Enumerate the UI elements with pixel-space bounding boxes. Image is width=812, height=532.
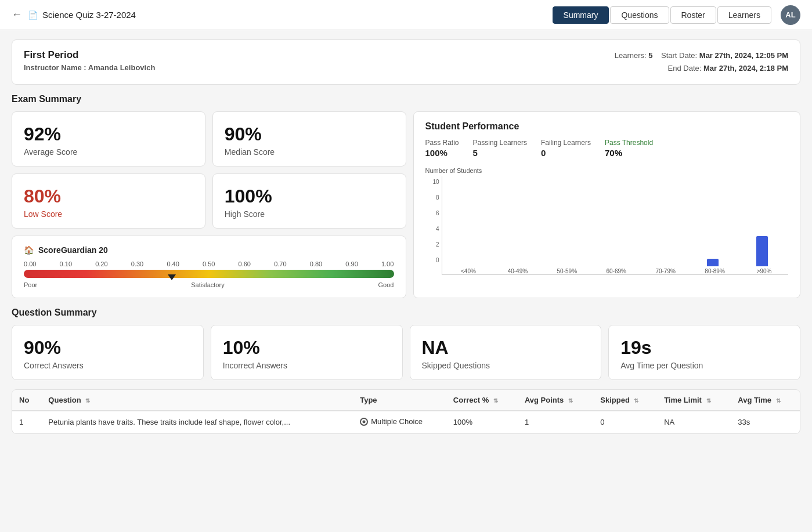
table-row: 1 Petunia plants have traits. These trai… — [12, 411, 800, 433]
failing-learners-label: Failing Learners — [541, 139, 591, 147]
avg-time-label: Avg Time per Question — [620, 361, 788, 370]
y-tick-6: 6 — [425, 210, 442, 216]
sg-title: ScoreGuardian 20 — [38, 245, 108, 255]
score-guardian-card: 🏠 ScoreGuardian 20 0.00 0.10 0.20 0.30 0… — [12, 236, 406, 298]
sg-label-satisfactory: Satisfactory — [191, 281, 224, 288]
sg-header: 🏠 ScoreGuardian 20 — [24, 245, 394, 255]
sg-scale-labels: 0.00 0.10 0.20 0.30 0.40 0.50 0.60 0.70 … — [24, 260, 394, 267]
median-score-value: 90% — [225, 124, 394, 145]
cell-avg-points: 1 — [518, 411, 593, 433]
start-date-label: Start Date: — [661, 51, 697, 60]
time-limit-sort-icon: ⇅ — [706, 397, 711, 404]
student-performance-card: Student Performance Pass Ratio 100% Pass… — [413, 111, 801, 298]
tab-summary[interactable]: Summary — [553, 6, 609, 24]
bar-group-40-49% — [493, 191, 541, 266]
y-tick-2: 2 — [425, 241, 442, 248]
avg-score-label: Average Score — [24, 147, 193, 157]
col-skipped[interactable]: Skipped ⇅ — [593, 390, 657, 411]
student-perf-stats: Pass Ratio 100% Passing Learners 5 Faili… — [425, 139, 789, 158]
end-date-value: Mar 27th, 2024, 2:18 PM — [703, 64, 788, 73]
table-body: 1 Petunia plants have traits. These trai… — [12, 411, 800, 433]
col-avg-time[interactable]: Avg Time ⇅ — [731, 390, 800, 411]
question-sort-icon: ⇅ — [85, 397, 90, 404]
exam-summary-title: Exam Summary — [12, 94, 800, 104]
sg-icon: 🏠 — [24, 245, 34, 255]
bar-group->90% — [738, 191, 786, 266]
bar-label-60-69%: 60-69% — [592, 266, 640, 274]
info-card-right: Learners: 5 Start Date: Mar 27th, 2024, … — [615, 49, 788, 75]
question-summary-title: Question Summary — [12, 307, 800, 318]
tab-learners[interactable]: Learners — [717, 6, 771, 24]
tab-roster[interactable]: Roster — [670, 6, 716, 24]
cell-skipped: 0 — [593, 411, 657, 433]
bar-group-80-89% — [689, 191, 737, 266]
col-correct-pct[interactable]: Correct % ⇅ — [446, 390, 518, 411]
learners-count: 5 — [648, 51, 652, 60]
correct-answers-label: Correct Answers — [24, 361, 192, 370]
student-perf-title: Student Performance — [425, 121, 789, 132]
sg-bar — [24, 270, 394, 278]
avg-score-card: 92% Average Score — [12, 111, 205, 167]
correct-answers-value: 90% — [24, 337, 192, 359]
y-tick-0: 0 — [425, 257, 442, 263]
instructor-line: Instructor Name : Amanda Leibovich — [24, 63, 155, 72]
y-tick-8: 8 — [425, 194, 442, 201]
chart-y-label: Number of Students — [425, 167, 789, 174]
sg-label-good: Good — [378, 281, 394, 288]
median-score-card: 90% Median Score — [212, 111, 406, 167]
col-time-limit[interactable]: Time Limit ⇅ — [657, 390, 731, 411]
pass-ratio-value: 100% — [425, 148, 459, 158]
bar-group-<40% — [445, 191, 492, 266]
cell-type: Multiple Choice — [353, 411, 446, 433]
correct-pct-sort-icon: ⇅ — [493, 397, 498, 404]
end-date-label: End Date: — [668, 64, 702, 73]
col-avg-points[interactable]: Avg Points ⇅ — [518, 390, 593, 411]
bar-label->90%: >90% — [740, 266, 788, 274]
col-type: Type — [353, 390, 446, 411]
passing-learners-stat: Passing Learners 5 — [473, 139, 527, 158]
bar-label-50-59%: 50-59% — [543, 266, 591, 274]
cell-question: Petunia plants have traits. These traits… — [41, 411, 353, 433]
mc-icon: Multiple Choice — [360, 417, 423, 426]
bar-label-40-49%: 40-49% — [493, 266, 542, 274]
pass-ratio-stat: Pass Ratio 100% — [425, 139, 459, 158]
page-title: Science Quiz 3-27-2024 — [42, 10, 553, 20]
bar-label-70-79%: 70-79% — [641, 266, 690, 274]
info-card: First Period Instructor Name : Amanda Le… — [12, 39, 800, 85]
median-score-label: Median Score — [225, 147, 394, 157]
pass-threshold-stat: Pass Threshold 70% — [605, 139, 653, 158]
bar->90% — [756, 236, 768, 266]
high-score-label: High Score — [225, 209, 394, 219]
correct-answers-card: 90% Correct Answers — [12, 325, 204, 380]
tab-questions[interactable]: Questions — [610, 6, 669, 24]
avg-time-value: 19s — [620, 337, 788, 359]
cell-no: 1 — [12, 411, 41, 433]
low-score-value: 80% — [24, 186, 193, 207]
instructor-prefix: Instructor Name : — [24, 63, 88, 72]
skipped-questions-value: NA — [422, 337, 590, 359]
sg-bottom-labels: Poor Satisfactory Good — [24, 281, 394, 288]
avg-time-sort-icon: ⇅ — [776, 397, 781, 404]
bar-group-60-69% — [591, 191, 639, 266]
bar-label-<40%: <40% — [445, 266, 493, 274]
bar-label-80-89%: 80-89% — [691, 266, 739, 274]
col-question[interactable]: Question ⇅ — [41, 390, 353, 411]
col-no: No — [12, 390, 41, 411]
passing-learners-value: 5 — [473, 148, 527, 158]
skipped-questions-label: Skipped Questions — [422, 361, 590, 370]
avg-score-value: 92% — [24, 124, 193, 145]
incorrect-answers-card: 10% Incorrect Answers — [211, 325, 403, 380]
instructor-name: Amanda Leibovich — [88, 63, 156, 72]
y-tick-10: 10 — [425, 179, 442, 185]
cell-time-limit: NA — [657, 411, 731, 433]
back-button[interactable]: ← — [12, 9, 22, 21]
learners-info: Learners: 5 Start Date: Mar 27th, 2024, … — [615, 49, 788, 62]
end-date-info: End Date: Mar 27th, 2024, 2:18 PM — [615, 62, 788, 75]
avatar[interactable]: AL — [781, 5, 800, 25]
sg-marker — [168, 274, 176, 280]
high-score-value: 100% — [225, 186, 394, 207]
student-perf-chart: Number of Students 0 2 4 6 8 10 <40%40-4… — [425, 167, 789, 275]
bar-group-70-79% — [640, 191, 688, 266]
avg-time-card: 19s Avg Time per Question — [608, 325, 800, 380]
learners-label: Learners: — [615, 51, 647, 60]
